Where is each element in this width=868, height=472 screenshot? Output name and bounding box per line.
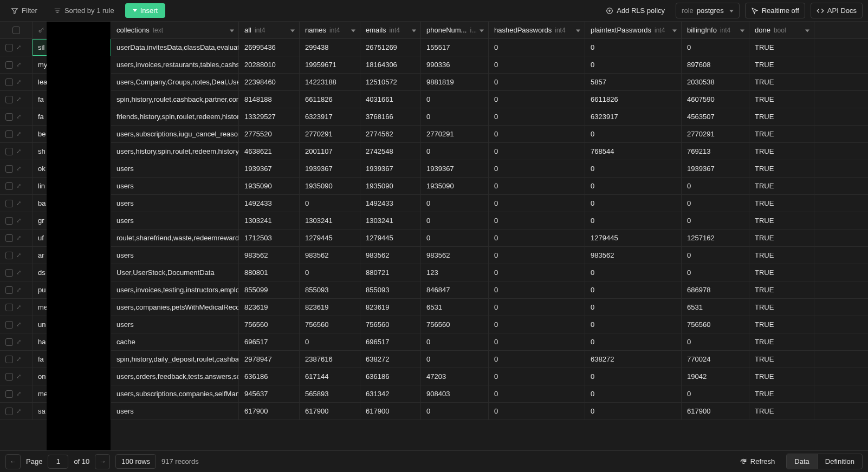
table-row[interactable]: ⤢sausers617900617900617900000617900TRUE xyxy=(0,403,868,420)
row-checkbox[interactable]: ⤢ xyxy=(0,247,33,264)
cell-done[interactable]: TRUE xyxy=(749,299,814,316)
cell-all[interactable]: 20288010 xyxy=(239,56,300,73)
cell-all[interactable]: 823619 xyxy=(239,299,300,316)
cell-collections[interactable]: users xyxy=(111,403,239,419)
table-row[interactable]: ⤢beusers,subscriptions,iugu_cancel_reaso… xyxy=(0,126,868,143)
cell-all[interactable]: 617900 xyxy=(239,403,300,419)
row-checkbox[interactable]: ⤢ xyxy=(0,351,33,368)
cell-all[interactable]: 855099 xyxy=(239,281,300,298)
cell-plain[interactable]: 6611826 xyxy=(585,91,682,108)
cell-billing[interactable]: 0 xyxy=(682,195,749,212)
cell-names[interactable]: 756560 xyxy=(300,316,360,333)
cell-names[interactable]: 6611826 xyxy=(300,91,360,108)
row-checkbox[interactable]: ⤢ xyxy=(0,403,33,419)
table-row[interactable]: ⤢faspin,history,roulet,cashback,partner,… xyxy=(0,91,868,108)
cell-billing[interactable]: 0 xyxy=(682,178,749,194)
cell-emails[interactable]: 12510572 xyxy=(360,74,421,90)
expand-icon[interactable]: ⤢ xyxy=(16,182,21,189)
cell-all[interactable]: 983562 xyxy=(239,247,300,264)
next-page-button[interactable]: → xyxy=(95,454,110,469)
cell-all[interactable]: 636186 xyxy=(239,368,300,385)
expand-icon[interactable]: ⤢ xyxy=(16,304,21,311)
cell-names[interactable]: 1303241 xyxy=(300,212,360,229)
cell-names[interactable]: 2001107 xyxy=(300,143,360,160)
cell-names[interactable]: 1939367 xyxy=(300,160,360,177)
cell-hashed[interactable]: 0 xyxy=(489,143,585,160)
table-row[interactable]: ⤢faspin,history,daily_deposit,roulet,cas… xyxy=(0,351,868,368)
expand-icon[interactable]: ⤢ xyxy=(16,217,21,224)
expand-icon[interactable]: ⤢ xyxy=(16,61,21,68)
filter-button[interactable]: Filter xyxy=(5,3,43,18)
cell-emails[interactable]: 2774562 xyxy=(360,126,421,142)
cell-done[interactable]: TRUE xyxy=(749,143,814,160)
cell-done[interactable]: TRUE xyxy=(749,333,814,350)
expand-icon[interactable]: ⤢ xyxy=(16,78,21,86)
cell-names[interactable]: 2770291 xyxy=(300,126,360,142)
cell-billing[interactable]: 4607590 xyxy=(682,91,749,108)
cell-done[interactable]: TRUE xyxy=(749,195,814,212)
cell-hashed[interactable]: 0 xyxy=(489,230,585,246)
chevron-down-icon[interactable] xyxy=(670,26,677,34)
cell-hashed[interactable]: 0 xyxy=(489,368,585,385)
cell-plain[interactable]: 0 xyxy=(585,316,682,333)
expand-icon[interactable]: ⤢ xyxy=(16,321,21,328)
cell-plain[interactable]: 0 xyxy=(585,403,682,419)
cell-done[interactable]: TRUE xyxy=(749,403,814,419)
cell-emails[interactable]: 4031661 xyxy=(360,91,421,108)
cell-done[interactable]: TRUE xyxy=(749,160,814,177)
chevron-down-icon[interactable] xyxy=(574,26,580,34)
cell-billing[interactable]: 4563507 xyxy=(682,108,749,125)
cell-plain[interactable]: 0 xyxy=(585,178,682,194)
cell-phone[interactable]: 1939367 xyxy=(421,160,489,177)
rows-per-page-button[interactable]: 100 rows xyxy=(115,454,156,469)
cell-done[interactable]: TRUE xyxy=(749,39,814,56)
cell-names[interactable]: 0 xyxy=(300,195,360,212)
cell-collections[interactable]: users,history,spin,roulet,redeem,history… xyxy=(111,143,239,160)
table-row[interactable]: ⤢meusers,subscriptions,companies,selfMan… xyxy=(0,385,868,403)
cell-billing[interactable]: 1939367 xyxy=(682,160,749,177)
cell-billing[interactable]: 770024 xyxy=(682,351,749,368)
cell-done[interactable]: TRUE xyxy=(749,91,814,108)
expand-icon[interactable]: ⤢ xyxy=(16,113,21,120)
cell-emails[interactable]: 1935090 xyxy=(360,178,421,194)
cell-plain[interactable]: 0 xyxy=(585,56,682,73)
table-row[interactable]: ⤢siluserData,invitesData,classData,evalu… xyxy=(0,39,868,56)
cell-collections[interactable]: spin,history,roulet,cashback,partner,con… xyxy=(111,91,239,108)
cell-plain[interactable]: 0 xyxy=(585,126,682,142)
cell-done[interactable]: TRUE xyxy=(749,368,814,385)
cell-emails[interactable]: 756560 xyxy=(360,316,421,333)
chevron-down-icon[interactable] xyxy=(349,26,355,34)
cell-phone[interactable]: 0 xyxy=(421,195,489,212)
cell-plain[interactable]: 0 xyxy=(585,281,682,298)
cell-hashed[interactable]: 0 xyxy=(489,74,585,90)
row-checkbox[interactable]: ⤢ xyxy=(0,316,33,333)
cell-all[interactable]: 4638621 xyxy=(239,143,300,160)
cell-phone[interactable]: 0 xyxy=(421,108,489,125)
cell-emails[interactable]: 2742548 xyxy=(360,143,421,160)
cell-collections[interactable]: users xyxy=(111,316,239,333)
cell-emails[interactable]: 823619 xyxy=(360,299,421,316)
table-row[interactable]: ⤢puusers,invoices,testing,instructors,em… xyxy=(0,281,868,299)
cell-collections[interactable]: users xyxy=(111,212,239,229)
expand-icon[interactable]: ⤢ xyxy=(16,286,21,293)
cell-emails[interactable]: 855093 xyxy=(360,281,421,298)
expand-icon[interactable]: ⤢ xyxy=(16,148,21,155)
cell-done[interactable]: TRUE xyxy=(749,178,814,194)
row-checkbox[interactable]: ⤢ xyxy=(0,108,33,125)
cell-done[interactable]: TRUE xyxy=(749,108,814,125)
cell-billing[interactable]: 0 xyxy=(682,385,749,402)
cell-plain[interactable]: 0 xyxy=(585,385,682,402)
cell-collections[interactable]: users xyxy=(111,160,239,177)
cell-hashed[interactable]: 0 xyxy=(489,264,585,281)
cell-all[interactable]: 1939367 xyxy=(239,160,300,177)
row-checkbox[interactable]: ⤢ xyxy=(0,126,33,142)
table-row[interactable]: ⤢hacache69651706965170000TRUE xyxy=(0,333,868,351)
cell-hashed[interactable]: 0 xyxy=(489,247,585,264)
cell-all[interactable]: 696517 xyxy=(239,333,300,350)
row-checkbox[interactable]: ⤢ xyxy=(0,230,33,246)
header-hashed[interactable]: hashedPasswordsint4 xyxy=(489,22,585,38)
cell-phone[interactable]: 1935090 xyxy=(421,178,489,194)
data-tab[interactable]: Data xyxy=(787,454,817,469)
table-row[interactable]: ⤢bausers1492433014924330000TRUE xyxy=(0,195,868,212)
row-checkbox[interactable]: ⤢ xyxy=(0,368,33,385)
